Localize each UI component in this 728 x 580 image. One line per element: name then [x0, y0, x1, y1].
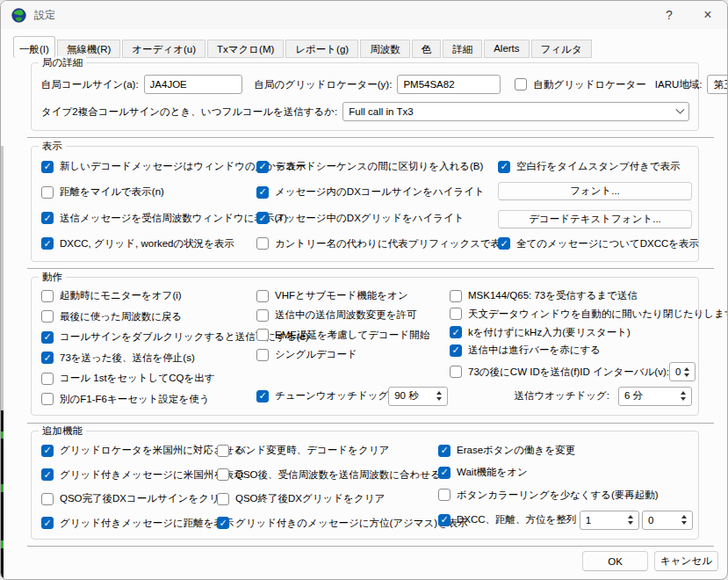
arrow-down-icon[interactable] — [681, 397, 686, 401]
checkbox-double-click-enable-tx[interactable]: コールサインをダブルクリックすると送信可にする(e) — [41, 330, 252, 344]
tab-filters[interactable]: フィルタ — [531, 40, 592, 58]
checkbox-icon[interactable] — [256, 309, 269, 322]
checkbox-auto-astro-window[interactable]: 天文データウィンドウを自動的に開いたり閉じたりします — [450, 308, 692, 321]
tab-alerts[interactable]: Alerts — [484, 40, 529, 58]
align-spinner-1[interactable]: 1 — [580, 511, 639, 530]
checkbox-grid-us-states[interactable]: グリッドロケータを米国州に対応させる — [41, 444, 215, 457]
spinner-arrows[interactable] — [681, 367, 695, 377]
checkbox-cq-call-1st[interactable]: コール 1stをセットしてCQを出す — [41, 372, 252, 385]
checkbox-stop-tx-after-73[interactable]: 73を送った後、送信を停止(s) — [41, 352, 252, 365]
font-button[interactable]: フォント... — [498, 182, 692, 200]
spinner-arrows[interactable] — [678, 515, 692, 525]
checkbox-icon[interactable] — [256, 186, 269, 199]
tab-general[interactable]: 一般(I) — [13, 36, 55, 58]
checkbox-clear-decodes-band-change[interactable]: バンド変更時、デコードをクリア — [217, 444, 429, 457]
checkbox-icon[interactable] — [41, 445, 54, 457]
checkbox-icon[interactable] — [41, 352, 54, 364]
checkbox-tune-watchdog[interactable]: チューンウオッチドッグ — [256, 389, 388, 402]
checkbox-icon[interactable] — [41, 517, 54, 529]
checkbox-erase-button-behavior[interactable]: Eraseボタンの働きを変更 — [438, 444, 693, 457]
checkbox-khz-entry-without-k[interactable]: kを付けずにkHz入力(要リスタート) — [450, 326, 692, 339]
checkbox-icon[interactable] — [41, 393, 54, 405]
checkbox-icon[interactable] — [217, 468, 229, 481]
checkbox-decode-after-eme-delay[interactable]: EME遅延を考慮してデコード開始 — [256, 329, 448, 342]
checkbox-tx-msgs-rx-window[interactable]: 送信メッセージを受信周波数ウィンドウに表示(T) — [41, 212, 255, 225]
help-button[interactable]: ? — [650, 1, 688, 29]
checkbox-icon[interactable] — [498, 237, 510, 250]
align-spinner-2[interactable]: 0 — [642, 511, 693, 530]
checkbox-icon[interactable] — [450, 308, 462, 320]
arrow-up-icon[interactable] — [681, 391, 686, 395]
checkbox-red-progress-bar-tx[interactable]: 送信中は進行バーを赤にする — [450, 344, 692, 357]
checkbox-show-azimuth-grid-msgs[interactable]: グリッド付きのメッセージに方位(アジマス)を表示 — [217, 517, 429, 530]
cancel-button[interactable]: キャンセル — [654, 551, 718, 571]
checkbox-icon[interactable] — [41, 468, 54, 481]
checkbox-decode-separator[interactable]: デコードシーケンスの間に区切りを入れる(B) — [256, 160, 489, 173]
checkbox-show-dxcc-all-messages[interactable]: 全てのメッセージについてDXCCを表示 — [498, 237, 692, 250]
checkbox-wait-function[interactable]: Wait機能をオン — [438, 466, 693, 479]
arrow-up-icon[interactable] — [681, 515, 687, 518]
my-callsign-input[interactable] — [144, 75, 242, 94]
checkbox-icon[interactable] — [41, 331, 54, 344]
tune-watchdog-spinner[interactable]: 90 秒 — [388, 387, 448, 406]
checkbox-highlight-dx-grid[interactable]: メッセージ中のDXグリッドをハイライト — [256, 212, 489, 225]
spinner-arrows[interactable] — [677, 391, 691, 401]
tab-colors[interactable]: 色 — [412, 40, 442, 58]
checkbox-reduce-button-coloring[interactable]: ボタンカラーリングを少なくする(要再起動) — [438, 489, 693, 502]
checkbox-icon[interactable] — [256, 237, 269, 250]
spinner-arrows[interactable] — [624, 515, 638, 525]
checkbox-icon[interactable] — [41, 237, 54, 250]
checkbox-allow-tx-freq-change[interactable]: 送信中の送信周波数変更を許可 — [256, 308, 448, 322]
tab-audio[interactable]: オーディオ(u) — [122, 40, 205, 58]
checkbox-auto-grid[interactable]: 自動グリッドロケーター — [515, 78, 645, 91]
checkbox-align-dxcc-distance-azimuth[interactable]: DXCC、距離、方位を整列 — [438, 513, 576, 526]
checkbox-icon[interactable] — [41, 373, 54, 385]
checkbox-return-last-freq[interactable]: 最後に使った周波数に戻る — [41, 310, 252, 323]
id-interval-spinner[interactable]: 0 — [669, 362, 696, 381]
checkbox-icon[interactable] — [256, 390, 269, 402]
type2-compound-select[interactable]: Full call in Tx3 — [342, 102, 689, 121]
checkbox-show-us-state-grid-msgs[interactable]: グリッド付きメッセージに米国州を表示 — [41, 468, 215, 482]
close-button[interactable]: × — [688, 1, 727, 29]
arrow-up-icon[interactable] — [436, 391, 442, 395]
checkbox-icon[interactable] — [41, 212, 54, 224]
arrow-up-icon[interactable] — [684, 367, 689, 371]
my-grid-input[interactable] — [397, 75, 501, 94]
arrow-up-icon[interactable] — [628, 515, 633, 518]
tab-radio[interactable]: 無線機(R) — [57, 40, 120, 58]
checkbox-icon[interactable] — [438, 489, 450, 501]
tx-watchdog-spinner[interactable]: 6 分 — [618, 387, 692, 406]
checkbox-dxcc-grid-worked-status[interactable]: DXCC, グリッド, workedの状況を表示 — [41, 237, 255, 250]
tab-advanced[interactable]: 詳細 — [443, 40, 482, 58]
checkbox-icon[interactable] — [450, 366, 462, 378]
checkbox-alternate-f1-f6[interactable]: 別のF1-F6キーセット設定を使う — [41, 393, 252, 406]
iaru-region-select[interactable]: 第三地域 — [707, 75, 728, 94]
checkbox-show-distance-grid-msgs[interactable]: グリッド付きメッセージに距離を表示 — [41, 517, 215, 530]
checkbox-icon[interactable] — [256, 349, 269, 361]
checkbox-rx-freq-to-tx-after-qso[interactable]: QSO後、受信周波数を送信周波数に合わせる — [217, 468, 429, 482]
checkbox-icon[interactable] — [217, 445, 229, 457]
checkbox-icon[interactable] — [438, 467, 450, 479]
checkbox-blank-line-timestamp[interactable]: 空白行をタイムスタンプ付きで表示 — [498, 160, 692, 173]
checkbox-clear-dx-grid-after-qso[interactable]: QSO終了後DXグリッドをクリア — [217, 492, 429, 505]
checkbox-icon[interactable] — [498, 161, 510, 173]
checkbox-monitor-off-startup[interactable]: 起動時にモニターをオフ(i) — [41, 289, 252, 302]
checkbox-msk144-q65-tx-until-73[interactable]: MSK144/Q65: 73を受信するまで送信 — [450, 289, 692, 302]
checkbox-icon[interactable] — [450, 290, 462, 302]
checkbox-clear-dx-call-after-qso[interactable]: QSO完了後DXコールサインをクリア — [41, 492, 215, 505]
tab-frequencies[interactable]: 周波数 — [360, 40, 410, 58]
checkbox-icon[interactable] — [515, 78, 527, 91]
checkbox-cw-id-after-73[interactable]: 73の後にCW IDを送信(f) — [450, 366, 580, 379]
checkbox-icon[interactable] — [450, 344, 462, 357]
checkbox-vhf-submode[interactable]: VHFとサブモード機能をオン — [256, 289, 448, 302]
arrow-down-icon[interactable] — [628, 521, 633, 525]
checkbox-icon[interactable] — [217, 517, 229, 529]
checkbox-icon[interactable] — [256, 290, 269, 302]
spinner-arrows[interactable] — [433, 391, 447, 401]
checkbox-icon[interactable] — [438, 514, 450, 526]
checkbox-icon[interactable] — [41, 186, 54, 199]
checkbox-single-decode[interactable]: シングルデコード — [256, 348, 448, 361]
checkbox-icon[interactable] — [256, 161, 269, 173]
checkbox-icon[interactable] — [41, 493, 54, 505]
checkbox-icon[interactable] — [438, 445, 450, 457]
